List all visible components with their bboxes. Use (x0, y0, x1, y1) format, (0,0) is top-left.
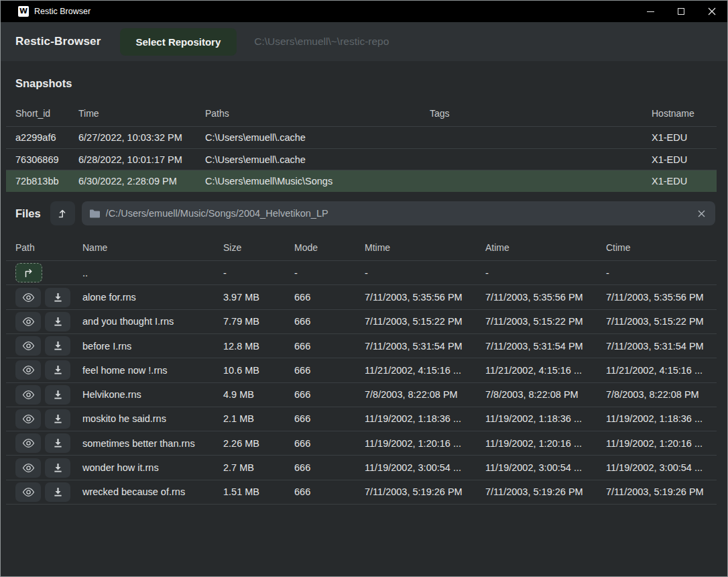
snapshot-short-id: 76306869 (6, 154, 69, 165)
preview-file-button[interactable] (15, 336, 41, 356)
current-path-input[interactable]: /C:/Users/emuell/Music/Songs/2004_Helvet… (82, 201, 715, 225)
eye-icon (22, 390, 35, 400)
parent-row-atime: - (476, 268, 597, 278)
maximize-button[interactable] (666, 1, 696, 22)
file-mode: 666 (285, 292, 355, 303)
preview-file-button[interactable] (15, 360, 41, 380)
eye-icon (22, 341, 35, 351)
download-file-button[interactable] (45, 409, 70, 429)
preview-file-button[interactable] (15, 385, 41, 405)
download-file-button[interactable] (45, 385, 70, 405)
folder-icon (89, 209, 101, 219)
download-file-button[interactable] (45, 433, 70, 453)
app-header: Restic-Browser Select Repository C:\User… (1, 22, 727, 61)
eye-icon (22, 487, 35, 497)
parent-row-actions (6, 263, 73, 282)
download-file-button[interactable] (45, 482, 70, 502)
file-atime: 11/19/2002, 1:18:36 ... (476, 413, 597, 424)
eye-icon (22, 317, 35, 327)
parent-row: .. - - - - - (6, 260, 717, 284)
snapshot-row[interactable]: 72b813bb 6/30/2022, 2:28:09 PM C:\Users\… (6, 170, 717, 192)
download-file-button[interactable] (45, 360, 70, 380)
snapshot-paths: C:\Users\emuell\.cache (196, 132, 420, 143)
column-size: Size (214, 242, 285, 253)
table-end-divider (6, 504, 717, 505)
download-icon (53, 365, 63, 375)
file-atime: 7/11/2003, 5:31:54 PM (476, 341, 597, 352)
file-mtime: 11/19/2002, 3:00:54 ... (355, 462, 476, 473)
file-mtime: 7/11/2003, 5:31:54 PM (355, 341, 476, 352)
file-atime: 7/11/2003, 5:19:26 PM (476, 486, 597, 497)
download-file-button[interactable] (45, 336, 70, 356)
snapshots-table: Short_id Time Paths Tags Hostname a2299a… (6, 101, 717, 192)
file-atime: 7/11/2003, 5:35:56 PM (476, 292, 597, 303)
file-ctime: 7/11/2003, 5:19:26 PM (597, 486, 717, 497)
download-icon (53, 317, 63, 327)
snapshots-rows: a2299af6 6/27/2022, 10:03:32 PM C:\Users… (6, 126, 717, 192)
preview-file-button[interactable] (15, 458, 41, 478)
clear-icon (698, 210, 705, 217)
eye-icon (22, 438, 35, 448)
column-mode: Mode (285, 242, 355, 253)
file-row: Helvikone.rns 4.9 MB 666 7/8/2003, 8:22:… (6, 382, 717, 407)
preview-file-button[interactable] (15, 312, 41, 331)
file-name: wrecked because of.rns (73, 486, 214, 497)
file-size: 7.79 MB (214, 316, 285, 327)
file-row: alone for.rns 3.97 MB 666 7/11/2003, 5:3… (6, 284, 717, 309)
file-ctime: 11/19/2002, 1:20:16 ... (597, 438, 717, 449)
download-file-button[interactable] (45, 458, 70, 478)
download-icon (53, 487, 63, 497)
file-mode: 666 (285, 462, 355, 473)
eye-icon (22, 365, 35, 375)
snapshot-row[interactable]: 76306869 6/28/2022, 10:01:17 PM C:\Users… (6, 148, 717, 170)
file-row-actions (6, 409, 73, 429)
arrow-up-then-right-icon (23, 268, 35, 278)
parent-row-name: .. (73, 268, 214, 278)
file-row-actions (6, 336, 73, 356)
snapshot-hostname: X1-EDU (642, 154, 717, 165)
snapshot-time: 6/28/2022, 10:01:17 PM (69, 154, 196, 165)
file-mode: 666 (285, 486, 355, 497)
window-controls (635, 1, 727, 22)
file-size: 12.8 MB (214, 341, 285, 352)
download-icon (53, 390, 63, 400)
app-logo-icon: W (18, 6, 29, 17)
download-icon (53, 341, 63, 351)
files-table: Path Name Size Mode Mtime Atime Ctime ..… (6, 235, 717, 505)
file-ctime: 11/21/2002, 4:15:16 ... (597, 365, 717, 376)
file-mtime: 11/19/2002, 1:18:36 ... (355, 413, 476, 424)
current-path-value: /C:/Users/emuell/Music/Songs/2004_Helvet… (106, 208, 694, 219)
eye-icon (22, 463, 35, 473)
parent-row-size: - (214, 268, 285, 278)
file-mode: 666 (285, 365, 355, 376)
go-up-level-button[interactable] (15, 263, 42, 282)
preview-file-button[interactable] (15, 433, 41, 453)
clear-path-button[interactable] (694, 206, 709, 221)
parent-directory-button[interactable] (50, 201, 75, 225)
snapshot-time: 6/27/2022, 10:03:32 PM (69, 132, 196, 143)
snapshot-hostname: X1-EDU (642, 176, 717, 187)
file-row-actions (6, 482, 73, 502)
preview-file-button[interactable] (15, 288, 41, 307)
minimize-button[interactable] (635, 1, 666, 22)
file-mtime: 11/21/2002, 4:15:16 ... (355, 365, 476, 376)
close-button[interactable] (696, 1, 727, 22)
download-file-button[interactable] (45, 288, 70, 307)
column-atime: Atime (476, 242, 597, 253)
select-repository-button[interactable]: Select Repository (120, 28, 237, 56)
minimize-icon (647, 11, 654, 12)
file-name: Helvikone.rns (73, 389, 214, 400)
file-name: wonder how it.rns (73, 462, 214, 473)
snapshot-row[interactable]: a2299af6 6/27/2022, 10:03:32 PM C:\Users… (6, 126, 717, 148)
parent-row-mtime: - (355, 268, 476, 278)
preview-file-button[interactable] (15, 482, 41, 502)
preview-file-button[interactable] (15, 409, 41, 429)
file-row: before I.rns 12.8 MB 666 7/11/2003, 5:31… (6, 333, 717, 358)
file-row: wonder how it.rns 2.7 MB 666 11/19/2002,… (6, 455, 717, 479)
download-file-button[interactable] (45, 312, 70, 331)
file-mode: 666 (285, 316, 355, 327)
file-atime: 7/11/2003, 5:15:22 PM (476, 316, 597, 327)
file-row: sometimes better than.rns 2.26 MB 666 11… (6, 431, 717, 455)
file-row-actions (6, 433, 73, 453)
file-mtime: 7/11/2003, 5:35:56 PM (355, 292, 476, 303)
